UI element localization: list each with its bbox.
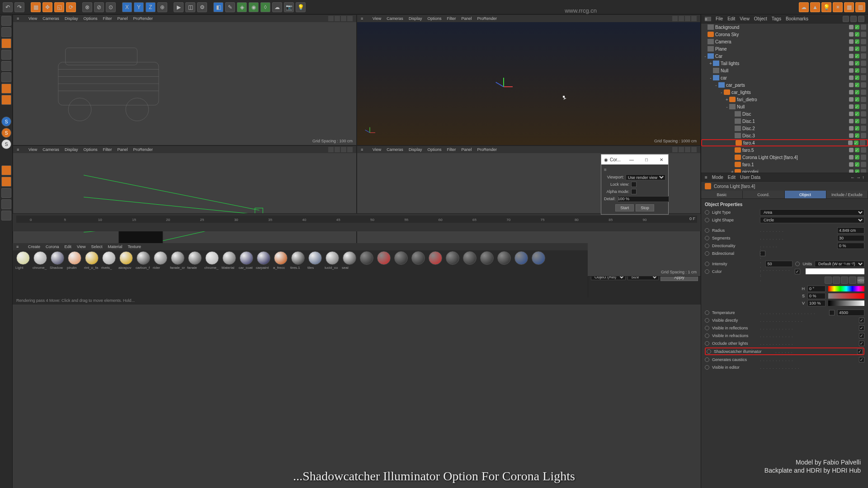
start-button[interactable]: Start	[615, 204, 634, 211]
add-light-icon[interactable]: 💡	[296, 2, 306, 12]
tree-row-faro-5[interactable]: faro.5✓	[701, 146, 868, 154]
menu-bookmarks[interactable]: Bookmarks	[786, 16, 808, 21]
color-mode-1-icon[interactable]	[825, 277, 832, 284]
render-icon[interactable]: ▶	[174, 2, 184, 12]
material-extra-9[interactable]	[514, 251, 529, 270]
color-swatch[interactable]	[806, 268, 864, 274]
snap-s1-icon[interactable]: S	[1, 117, 11, 127]
expand-icon[interactable]: +	[708, 61, 713, 66]
tag-icon[interactable]	[861, 82, 866, 88]
mat-menu-material[interactable]: Material	[108, 244, 122, 249]
mat-menu-edit[interactable]: Edit	[65, 244, 72, 249]
intensity-input[interactable]	[765, 261, 793, 267]
tree-row-null[interactable]: -Null✓	[701, 103, 868, 110]
minimize-icon[interactable]: —	[627, 157, 636, 162]
attr-menu-userdata[interactable]: User Data	[740, 175, 760, 180]
viewport-select[interactable]: Use render view	[626, 174, 665, 180]
tag-icon[interactable]	[861, 155, 866, 160]
material-carpaint[interactable]: carpaint	[256, 251, 271, 270]
lockview-checkbox[interactable]	[631, 182, 637, 187]
units-select[interactable]: Default (W·sr⁻¹·m⁻²)	[815, 261, 864, 267]
visible-reflections-checkbox[interactable]	[859, 325, 864, 331]
tag-icon[interactable]	[861, 162, 866, 167]
tab-coord[interactable]: Coord.	[743, 191, 784, 198]
material-fanale-cr[interactable]: fanale_cr	[170, 251, 185, 270]
temperature-input[interactable]	[837, 310, 864, 316]
tree-row-disc-3[interactable]: Disc.3✓	[701, 132, 868, 139]
corona-sun-icon[interactable]: ☀	[833, 2, 843, 12]
add-generator-icon[interactable]: ◉	[249, 2, 259, 12]
tree-row-corona-sky[interactable]: Corona Sky✓	[701, 31, 868, 38]
mat-menu-create[interactable]: Create	[28, 244, 40, 249]
material-extra-5[interactable]	[445, 251, 460, 270]
object-mode-icon[interactable]	[1, 38, 11, 48]
material-shadow[interactable]: Shadow	[50, 251, 65, 270]
menu-view[interactable]: View	[740, 16, 750, 21]
expand-icon[interactable]: -	[708, 75, 713, 80]
material-extra-10[interactable]	[531, 251, 546, 270]
tag-icon[interactable]	[861, 39, 866, 44]
viewport-render[interactable]: ➤	[357, 22, 700, 145]
tree-row-null[interactable]: Null✓	[701, 67, 868, 74]
corona-cloud-icon[interactable]: ☁	[799, 2, 809, 12]
timeline[interactable]: 051015202530354045505560657075808590 0 F	[13, 213, 701, 231]
tag-icon[interactable]	[861, 118, 866, 124]
mat-menu-texture[interactable]: Texture	[127, 244, 141, 249]
material-light[interactable]: Light	[15, 251, 31, 270]
tag-icon[interactable]	[861, 46, 866, 52]
nav-back-icon[interactable]: ←	[850, 175, 855, 180]
material-fanale[interactable]: fanale	[187, 251, 203, 270]
lock-z-icon[interactable]: ⊙	[106, 2, 116, 12]
material-extra-0[interactable]	[359, 251, 374, 270]
expand-icon[interactable]: -	[725, 104, 729, 109]
corona-bulb-icon[interactable]: 💡	[821, 2, 831, 12]
side-tool-3-icon[interactable]	[1, 188, 11, 198]
material-car-coat[interactable]: car_coat	[239, 251, 254, 270]
tag-icon[interactable]	[861, 169, 866, 173]
add-camera-icon[interactable]: 📷	[284, 2, 294, 12]
side-tool-2-icon[interactable]	[1, 177, 11, 187]
material-extra-6[interactable]	[462, 251, 477, 270]
nav-up-icon[interactable]: ↑	[862, 175, 864, 180]
tree-row-car-parts[interactable]: -car_parts✓	[701, 81, 868, 89]
mat-menu-corona[interactable]: Corona	[46, 244, 59, 249]
visible-refractions-checkbox[interactable]	[859, 333, 864, 338]
material-rint-o-fa[interactable]: rint_o_fa	[84, 251, 99, 270]
hue-slider[interactable]	[828, 286, 864, 291]
menu-tags[interactable]: Tags	[772, 16, 781, 21]
material-extra-8[interactable]	[496, 251, 512, 270]
side-tool-1-icon[interactable]	[1, 165, 11, 175]
attr-menu-mode[interactable]: Mode	[712, 175, 723, 180]
scale-tool-icon[interactable]: ◱	[54, 2, 64, 12]
material-rivets-[interactable]: rivets_	[101, 251, 117, 270]
expand-icon[interactable]: -	[703, 54, 708, 59]
material-pirulin[interactable]: pirulin	[67, 251, 82, 270]
rotate-tool-icon[interactable]: ⟳	[66, 2, 76, 12]
menu-edit[interactable]: Edit	[727, 16, 735, 21]
expand-icon[interactable]: -	[714, 83, 718, 88]
material-extra-2[interactable]	[393, 251, 409, 270]
axis-x-icon[interactable]: X	[122, 2, 132, 12]
tag-icon[interactable]	[860, 140, 865, 145]
material-extra-1[interactable]	[376, 251, 392, 270]
tab-object[interactable]: Object	[785, 191, 826, 198]
material-chrome-[interactable]: chrome_	[204, 251, 220, 270]
tab-basic[interactable]: Basic	[701, 191, 743, 198]
tag-icon[interactable]	[861, 61, 866, 66]
material-extra-4[interactable]	[428, 251, 443, 270]
tag-icon[interactable]	[861, 68, 866, 73]
material-material[interactable]: Material	[222, 251, 237, 270]
material-seal[interactable]: seal	[342, 251, 357, 270]
material-a-frecc[interactable]: a_frecc	[273, 251, 288, 270]
color-mode-4-icon[interactable]	[849, 277, 856, 284]
corona-tree-icon[interactable]: ▲	[810, 2, 820, 12]
vp-menu-display[interactable]: Display	[65, 16, 78, 21]
tag-icon[interactable]	[861, 133, 866, 138]
mat-menu-select[interactable]: Select	[91, 244, 102, 249]
viewport-top-left[interactable]: ≡ View Cameras Display Options Filter Pa…	[13, 14, 357, 145]
tree-row-disc-2[interactable]: Disc.2✓	[701, 125, 868, 132]
tree-row-background[interactable]: Background✓	[701, 23, 868, 31]
redo-icon[interactable]: ↷	[14, 2, 24, 12]
vp-menu-filter[interactable]: Filter	[103, 16, 112, 21]
material-carbon-f[interactable]: carbon_f	[136, 251, 151, 270]
